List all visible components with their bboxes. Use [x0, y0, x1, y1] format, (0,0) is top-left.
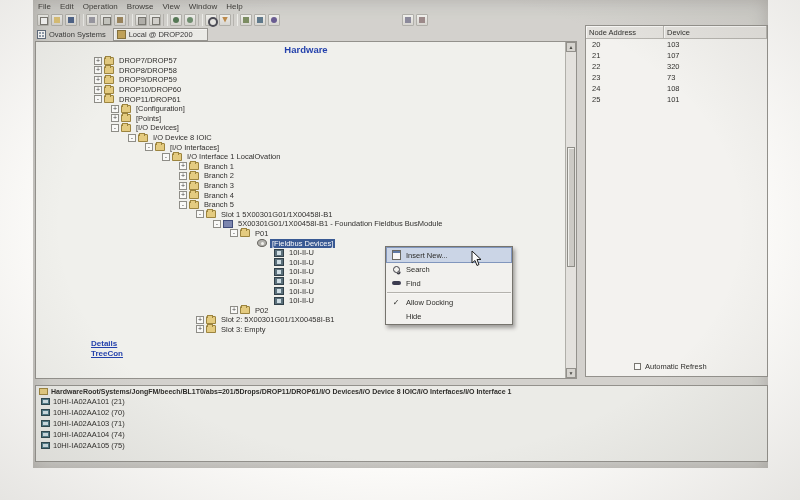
tree-item[interactable]: + Branch 2 [36, 171, 576, 181]
menu-item[interactable]: Window [189, 2, 217, 11]
tree-item[interactable]: + DROP10/DROP60 [36, 85, 576, 95]
scroll-down-icon[interactable]: ▼ [566, 368, 576, 378]
expander-icon[interactable]: - [94, 95, 102, 103]
tree-item[interactable]: + Branch 4 [36, 190, 576, 200]
tree-item[interactable]: - [I/O Devices] [36, 123, 576, 133]
spacer[interactable] [282, 14, 400, 26]
tree-item[interactable]: - Branch 5 [36, 200, 576, 210]
expander-icon[interactable]: - [145, 143, 153, 151]
column-header-node-address[interactable]: Node Address [586, 26, 664, 38]
expander-icon[interactable]: + [111, 105, 119, 113]
tree-item[interactable]: + [Points] [36, 114, 576, 124]
sep[interactable] [198, 14, 203, 26]
tree-item[interactable]: - I/O Interface 1 LocalOvation [36, 152, 576, 162]
search-icon[interactable] [205, 14, 217, 26]
context-menu-item[interactable]: Search [387, 262, 511, 276]
expander-icon[interactable]: + [179, 191, 187, 199]
expander-icon[interactable]: - [179, 201, 187, 209]
node-table-row[interactable]: 21 107 [586, 50, 767, 61]
tree-item[interactable]: + [Configuration] [36, 104, 576, 114]
help-icon[interactable] [268, 14, 280, 26]
expander-icon[interactable]: + [179, 182, 187, 190]
node-table-row[interactable]: 22 320 [586, 61, 767, 72]
expander-icon[interactable]: - [111, 124, 119, 132]
expander-icon[interactable]: - [162, 153, 170, 161]
tree-item[interactable]: - 5X00301G01/1X00458I-B1 - Foundation Fi… [36, 219, 576, 229]
expander-icon[interactable]: + [196, 316, 204, 324]
undo-icon[interactable] [170, 14, 182, 26]
close-pane-icon[interactable] [416, 14, 428, 26]
tree-vertical-scrollbar[interactable]: ▲ ▼ [565, 42, 576, 378]
node-table-row[interactable]: 20 103 [586, 39, 767, 50]
expander-icon[interactable]: + [196, 325, 204, 333]
print-icon[interactable] [135, 14, 147, 26]
context-menu-item[interactable]: Allow Docking [387, 295, 511, 309]
expander-icon[interactable]: + [94, 86, 102, 94]
tree-item[interactable]: - P01 [36, 229, 576, 239]
sep[interactable] [233, 14, 238, 26]
node-table-row[interactable]: 24 108 [586, 83, 767, 94]
dock-icon[interactable] [402, 14, 414, 26]
menu-item[interactable]: Browse [127, 2, 154, 11]
expander-icon[interactable]: + [94, 76, 102, 84]
sep[interactable] [79, 14, 84, 26]
device-result-row[interactable]: 10HI-IA02AA102 (70) [36, 407, 767, 418]
device-result-row[interactable]: 10HI-IA02AA101 (21) [36, 396, 767, 407]
tree-item[interactable]: - I/O Device 8 IOIC [36, 133, 576, 143]
tree-item[interactable]: + DROP9/DROP59 [36, 75, 576, 85]
context-menu-item[interactable]: Find [387, 276, 511, 290]
tree-view-link[interactable]: TreeCon [91, 349, 576, 359]
context-menu-item[interactable]: Insert New... [387, 248, 511, 262]
menu-item[interactable]: Operation [83, 2, 118, 11]
menu-item[interactable]: Edit [60, 2, 74, 11]
tree-item[interactable]: + Slot 3: Empty [36, 325, 576, 335]
tree-view-icon[interactable] [240, 14, 252, 26]
device-result-row[interactable]: 10HI-IA02AA104 (74) [36, 429, 767, 440]
paste-icon[interactable] [114, 14, 126, 26]
device-result-row[interactable]: 10HI-IA02AA103 (71) [36, 418, 767, 429]
grid-view-icon[interactable] [254, 14, 266, 26]
tree-item[interactable]: + Branch 1 [36, 162, 576, 172]
cut-icon[interactable] [86, 14, 98, 26]
expander-icon[interactable]: + [179, 162, 187, 170]
new-icon[interactable] [37, 14, 49, 26]
tree-item[interactable]: - Slot 1 5X00301G01/1X00458I-B1 [36, 210, 576, 220]
sep[interactable] [128, 14, 133, 26]
scroll-up-icon[interactable]: ▲ [566, 42, 576, 52]
filter-icon[interactable] [219, 14, 231, 26]
device-result-row[interactable]: 10HI-IA02AA105 (75) [36, 440, 767, 451]
context-menu-item[interactable]: Hide [387, 309, 511, 323]
expander-icon[interactable]: + [94, 66, 102, 74]
sep[interactable] [163, 14, 168, 26]
menu-item[interactable]: Help [226, 2, 242, 11]
node-table-row[interactable]: 23 73 [586, 72, 767, 83]
redo-icon[interactable] [184, 14, 196, 26]
expander-icon[interactable]: + [94, 57, 102, 65]
expander-icon[interactable]: - [196, 210, 204, 218]
preview-icon[interactable] [149, 14, 161, 26]
tab-ovation-systems[interactable]: Ovation Systems [37, 30, 106, 39]
tree-item[interactable]: - DROP11/DROP61 [36, 94, 576, 104]
automatic-refresh-checkbox[interactable] [634, 363, 641, 370]
tree-view-link[interactable]: Details [91, 339, 576, 349]
scrollbar-thumb[interactable] [567, 147, 575, 267]
expander-icon[interactable]: - [128, 134, 136, 142]
expander-icon[interactable]: - [230, 229, 238, 237]
open-icon[interactable] [51, 14, 63, 26]
tree-panel-title: Hardware [36, 44, 576, 56]
expander-icon[interactable]: + [111, 114, 119, 122]
tree-item[interactable]: + Branch 3 [36, 181, 576, 191]
expander-icon[interactable]: - [213, 220, 221, 228]
expander-icon[interactable]: + [179, 172, 187, 180]
copy-icon[interactable] [100, 14, 112, 26]
column-header-device[interactable]: Device [664, 26, 767, 38]
tree-item[interactable]: + DROP7/DROP57 [36, 56, 576, 66]
tree-item[interactable]: - [I/O Interfaces] [36, 142, 576, 152]
tree-item[interactable]: + DROP8/DROP58 [36, 66, 576, 76]
save-icon[interactable] [65, 14, 77, 26]
menu-item[interactable]: File [38, 2, 51, 11]
expander-icon[interactable]: + [230, 306, 238, 314]
menu-item[interactable]: View [163, 2, 180, 11]
tab-local-drop[interactable]: Local @ DROP200 [113, 28, 208, 41]
node-table-row[interactable]: 25 101 [586, 94, 767, 105]
